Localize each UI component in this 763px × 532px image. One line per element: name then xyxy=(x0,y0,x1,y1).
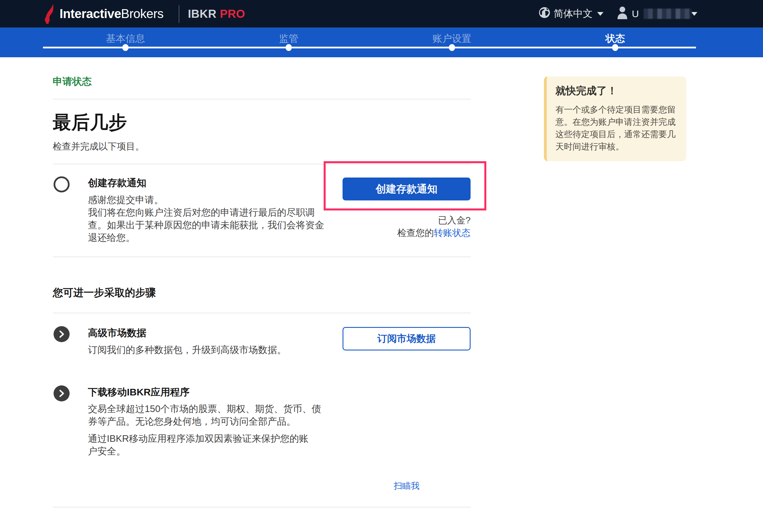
brand-name: InteractiveBrokers xyxy=(59,0,164,28)
mobile-app-description-2: 通过IBKR移动应用程序添加双因素验证来保护您的账户安全。 xyxy=(88,432,317,458)
wizard-step-regulatory[interactable]: 监管 xyxy=(243,32,335,45)
globe-icon xyxy=(539,7,550,21)
divider xyxy=(53,99,471,99)
application-status-label: 申请状态 xyxy=(53,75,92,88)
brand-bold: Interactive xyxy=(59,7,121,21)
username-prefix: U xyxy=(632,8,639,20)
page-title: 最后几步 xyxy=(53,110,127,135)
wizard-progress-bar: 基本信息 监管 账户设置 状态 xyxy=(0,28,763,57)
card-body: 有一个或多个待定项目需要您留意。在您为账户申请注资并完成这些待定项目后，通常还需… xyxy=(555,103,678,153)
plan-name: IBKR xyxy=(188,7,217,20)
language-label: 简体中文 xyxy=(554,7,593,20)
divider xyxy=(53,507,471,507)
scan-me-line: 扫瞄我 xyxy=(343,480,471,492)
mobile-app-heading: 下载移动IBKR应用程序 xyxy=(88,386,190,399)
create-deposit-notification-button[interactable]: 创建存款通知 xyxy=(343,177,471,200)
check-prefix-text: 检查您的 xyxy=(397,228,434,238)
market-data-heading: 高级市场数据 xyxy=(88,326,146,340)
chevron-right-icon xyxy=(54,326,69,342)
interactive-brokers-logo-icon xyxy=(44,3,56,26)
next-steps-heading: 您可进一步采取的步骤 xyxy=(53,286,156,300)
chevron-right-icon xyxy=(54,385,69,401)
step-dot xyxy=(122,44,129,51)
step-dot xyxy=(285,44,292,51)
username-redacted xyxy=(644,9,692,19)
task-text-line2: 我们将在您向账户注资后对您的申请进行最后的尽职调查。如果出于某种原因您的申请未能… xyxy=(88,206,326,244)
task-heading: 创建存款通知 xyxy=(88,176,146,189)
brand-regular: Brokers xyxy=(121,7,164,21)
caret-down-icon xyxy=(691,12,698,16)
check-transfer-line: 检查您的转账状态 xyxy=(314,227,471,239)
wizard-step-basic-info[interactable]: 基本信息 xyxy=(80,32,171,45)
plan-tier: PRO xyxy=(220,7,245,20)
card-title: 就快完成了！ xyxy=(555,84,678,97)
pending-task-circle-icon xyxy=(54,176,69,192)
navbar-divider xyxy=(179,5,179,23)
page: InteractiveBrokers IBKRPRO 简体中文 xyxy=(0,0,763,532)
user-icon xyxy=(616,6,628,22)
user-menu[interactable]: U xyxy=(616,0,698,28)
top-navbar: InteractiveBrokers IBKRPRO 简体中文 xyxy=(0,0,763,28)
step-dot xyxy=(449,44,455,51)
divider xyxy=(53,313,471,313)
almost-done-card: 就快完成了！ 有一个或多个待定项目需要您留意。在您为账户申请注资并完成这些待定项… xyxy=(544,76,686,161)
page-subtitle: 检查并完成以下项目。 xyxy=(53,140,144,153)
task-text-line1: 感谢您提交申请。 xyxy=(88,193,326,206)
divider xyxy=(53,257,471,257)
market-data-description: 订阅我们的多种数据包，升级到高级市场数据。 xyxy=(88,344,334,356)
wizard-step-account-config[interactable]: 账户设置 xyxy=(406,32,498,45)
transfer-status-link[interactable]: 转账状态 xyxy=(434,228,471,238)
already-funded-text: 已入金? xyxy=(343,214,471,227)
scan-me-link[interactable]: 扫瞄我 xyxy=(394,481,420,490)
step-dot xyxy=(612,44,618,51)
plan-badge: IBKRPRO xyxy=(188,0,245,28)
mobile-app-description-1: 交易全球超过150个市场的股票、期权、期货、货币、债券等产品。无论您身处何地，均… xyxy=(88,403,329,428)
subscribe-market-data-button[interactable]: 订阅市场数据 xyxy=(343,327,471,351)
wizard-step-status[interactable]: 状态 xyxy=(569,32,661,45)
language-selector[interactable]: 简体中文 xyxy=(539,0,603,28)
progress-line xyxy=(43,47,696,49)
caret-down-icon xyxy=(597,12,603,16)
